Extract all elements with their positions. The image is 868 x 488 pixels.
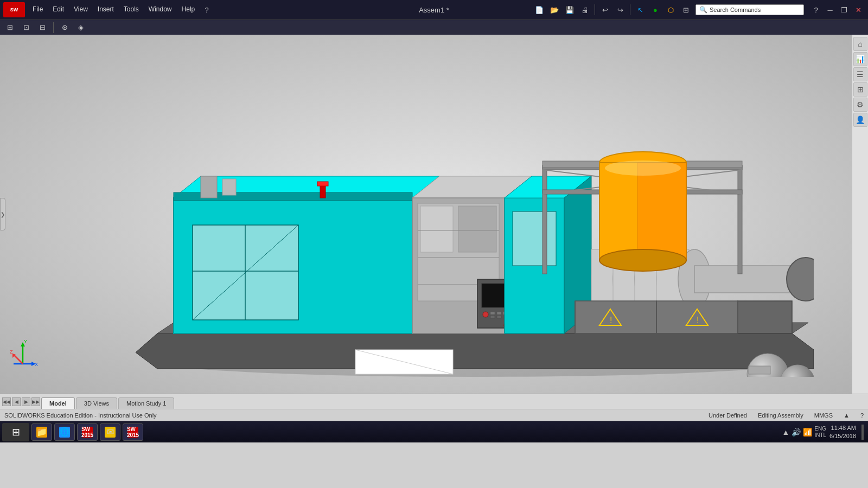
svg-rect-70 — [222, 179, 236, 195]
statusbar: SOLIDWORKS Education Edition - Instructi… — [0, 409, 868, 421]
clock-time: 11:48 AM — [829, 424, 856, 432]
svg-point-24 — [483, 312, 488, 317]
taskbar-ie[interactable]: 🌐 — [54, 423, 75, 441]
tab-nav-first[interactable]: ◀◀ — [2, 397, 11, 406]
svg-text:!: ! — [610, 316, 612, 325]
svg-rect-18 — [458, 206, 496, 252]
open-button[interactable]: 📂 — [548, 3, 561, 16]
menu-view[interactable]: View — [69, 3, 92, 16]
search-commands-box[interactable]: 🔍 — [695, 4, 804, 15]
svg-point-68 — [605, 160, 681, 176]
menu-edit[interactable]: Edit — [48, 3, 68, 16]
show-desktop-icon[interactable] — [861, 425, 864, 440]
tray-up-icon[interactable]: ▲ — [782, 428, 790, 436]
print-button[interactable]: 🖨 — [578, 3, 591, 16]
ie-icon: 🌐 — [59, 427, 70, 438]
status-message: SOLIDWORKS Education Edition - Instructi… — [4, 412, 157, 419]
tray-network-icon[interactable]: 📶 — [803, 428, 812, 436]
svg-marker-1 — [136, 333, 814, 369]
yellow-icon[interactable]: ⬡ — [664, 3, 677, 16]
left-panel-toggle[interactable]: ❯ — [0, 198, 5, 230]
tray-volume-icon[interactable]: 🔊 — [792, 428, 801, 436]
restore-button[interactable]: ❐ — [838, 3, 851, 16]
tray-language-icon: ENGINTL — [814, 426, 826, 439]
axis-indicator: Y X Z — [8, 339, 35, 367]
help-icon[interactable]: ? — [200, 3, 213, 16]
search-icon: 🔍 — [699, 6, 707, 14]
rp-chart-btn[interactable]: 📊 — [853, 52, 867, 66]
svg-line-82 — [14, 355, 23, 364]
taskbar-email[interactable]: ✉ — [100, 423, 120, 441]
close-button[interactable]: ✕ — [852, 3, 865, 16]
new-button[interactable]: 📄 — [533, 3, 546, 16]
menu-bar: File Edit View Insert Tools Window Help … — [28, 3, 529, 16]
svg-rect-57 — [542, 165, 547, 274]
taskbar: ⊞ 📁 🌐 SW2015 ✉ SW2015 ▲ 🔊 📶 ENGINTL 11:4… — [0, 421, 868, 442]
svg-text:Z: Z — [10, 349, 13, 355]
toolbar2-sep — [53, 22, 54, 33]
status-units: MMGS — [814, 412, 833, 419]
help-button[interactable]: ? — [809, 3, 822, 16]
rp-settings-btn[interactable]: ⚙ — [853, 98, 867, 112]
tab-nav-prev[interactable]: ◀ — [12, 397, 21, 406]
svg-point-46 — [787, 258, 814, 301]
minimize-button[interactable]: ─ — [824, 3, 837, 16]
start-button[interactable]: ⊞ — [2, 423, 29, 441]
toolbar-group-1: 📄 📂 💾 🖨 ↩ ↪ ↖ ● ⬡ ⊞ — [533, 3, 692, 16]
menu-tools[interactable]: Tools — [119, 3, 143, 16]
svg-rect-12 — [317, 182, 328, 186]
window-controls: ? ─ ❐ ✕ — [809, 3, 865, 16]
rp-home-btn[interactable]: ⌂ — [853, 37, 867, 51]
toolbar2-btn1[interactable]: ⊞ — [3, 21, 16, 34]
menu-help[interactable]: Help — [177, 3, 200, 16]
svg-text:Y: Y — [24, 339, 27, 344]
svg-rect-11 — [320, 184, 326, 198]
undo-button[interactable]: ↩ — [598, 3, 611, 16]
tab-3d-views[interactable]: 3D Views — [76, 397, 117, 409]
toolbar2-btn5[interactable]: ◈ — [74, 21, 87, 34]
search-input[interactable] — [710, 7, 791, 13]
rp-grid-btn[interactable]: ⊞ — [853, 82, 867, 97]
viewport[interactable]: ❯ — [0, 35, 868, 394]
clock-date: 6/15/2018 — [829, 432, 856, 440]
tab-nav-last[interactable]: ▶▶ — [31, 397, 40, 406]
tab-model[interactable]: Model — [41, 397, 75, 409]
select-button[interactable]: ↖ — [634, 3, 647, 16]
menu-insert[interactable]: Insert — [93, 3, 118, 16]
taskbar-sw-1[interactable]: SW2015 — [77, 423, 98, 441]
tray-icons: ▲ 🔊 📶 ENGINTL — [782, 426, 827, 439]
toolbar2-btn3[interactable]: ⊟ — [36, 21, 49, 34]
svg-rect-25 — [490, 312, 495, 314]
svg-rect-29 — [497, 316, 501, 318]
status-arrow-up[interactable]: ▲ — [844, 412, 850, 419]
tab-motion-study[interactable]: Motion Study 1 — [118, 397, 174, 409]
toolbar-row2: ⊞ ⊡ ⊟ ⊛ ◈ — [0, 20, 868, 35]
rp-user-btn[interactable]: 👤 — [853, 113, 867, 127]
menu-window[interactable]: Window — [144, 3, 176, 16]
taskbar-file-explorer[interactable]: 📁 — [31, 423, 52, 441]
svg-rect-58 — [738, 165, 742, 274]
sw-icon-1: SW2015 — [82, 427, 93, 438]
svg-rect-34 — [513, 211, 556, 266]
redo-button[interactable]: ↪ — [614, 3, 627, 16]
svg-rect-49 — [738, 301, 792, 333]
tab-nav-next[interactable]: ▶ — [22, 397, 30, 406]
save-button[interactable]: 💾 — [563, 3, 576, 16]
window-title: Assem1 * — [419, 6, 449, 14]
rp-list-btn[interactable]: ☰ — [853, 67, 867, 81]
menu-file[interactable]: File — [28, 3, 47, 16]
taskbar-clock[interactable]: 11:48 AM 6/15/2018 — [829, 424, 856, 440]
svg-rect-66 — [637, 163, 686, 260]
toolbar2-btn4[interactable]: ⊛ — [58, 21, 71, 34]
machine-3d-view: ! ! — [108, 73, 760, 355]
status-defined: Under Defined — [709, 412, 747, 419]
status-help[interactable]: ? — [860, 412, 864, 419]
svg-point-67 — [599, 249, 686, 271]
email-icon: ✉ — [105, 427, 116, 438]
toolbar2-btn2[interactable]: ⊡ — [20, 21, 33, 34]
status-right: Under Defined Editing Assembly MMGS ▲ ? — [709, 412, 864, 419]
green-icon[interactable]: ● — [649, 3, 662, 16]
taskbar-sw-2[interactable]: SW2015 — [123, 423, 143, 441]
taskbar-tray: ▲ 🔊 📶 ENGINTL 11:48 AM 6/15/2018 — [782, 424, 866, 440]
view-icon[interactable]: ⊞ — [679, 3, 692, 16]
